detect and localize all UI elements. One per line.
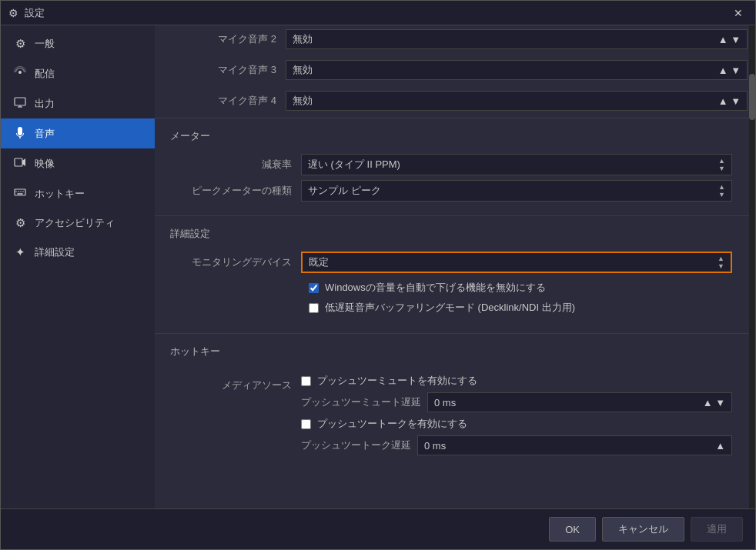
peak-select[interactable]: サンプル ピーク ▲ ▼ [301, 180, 732, 202]
decay-select[interactable]: 遅い (タイプ II PPM) ▲ ▼ [301, 154, 732, 175]
peak-spinner[interactable]: ▲ ▼ [718, 184, 725, 198]
push-mute-delay-spinner[interactable]: ▲ ▼ [703, 397, 725, 408]
push-talk-delay-label: プッシュツートーク遅延 [301, 438, 411, 452]
scrollbar-thumb[interactable] [749, 74, 755, 120]
spinner-up[interactable]: ▲ [703, 397, 713, 408]
spinner-up[interactable]: ▲ [718, 255, 724, 262]
sidebar: ⚙ 一般 配信 出力 音声 [1, 25, 155, 508]
gear-icon: ⚙ [13, 37, 27, 51]
sidebar-item-general[interactable]: ⚙ 一般 [1, 29, 155, 58]
spinner-down[interactable]: ▼ [718, 192, 725, 198]
push-mute-row: プッシュツーミュートを有効にする [301, 374, 732, 388]
spinner-down[interactable]: ▼ [731, 65, 741, 76]
mic-4-value: 無効 [293, 94, 313, 108]
push-talk-delay-value: 0 ms [424, 440, 446, 452]
sidebar-item-output[interactable]: 出力 [1, 88, 155, 118]
push-talk-delay-input[interactable]: 0 ms ▲ [417, 435, 732, 455]
settings-icon: ⚙ [8, 7, 18, 19]
accessibility-icon: ⚙ [13, 216, 27, 230]
mic-2-select[interactable]: 無効 ▲ ▼ [286, 29, 748, 49]
hotkey-section-header: ホットキー [170, 345, 740, 362]
mic-4-label: マイク音声 4 [162, 94, 286, 108]
spinner-up[interactable]: ▲ [718, 65, 728, 76]
spinner-down[interactable]: ▼ [715, 397, 725, 408]
mic-3-select[interactable]: 無効 ▲ ▼ [286, 60, 748, 80]
spinner-down[interactable]: ▼ [731, 34, 741, 45]
mic-4-select[interactable]: 無効 ▲ ▼ [286, 91, 748, 111]
spinner-down[interactable]: ▼ [718, 263, 724, 270]
mic-4-spinner[interactable]: ▲ ▼ [718, 95, 741, 107]
monitor-select[interactable]: 既定 ▲ ▼ [301, 252, 732, 273]
sidebar-item-label: 詳細設定 [35, 245, 75, 259]
sidebar-item-label: 音声 [35, 127, 55, 141]
streaming-icon [13, 66, 27, 81]
video-icon [13, 156, 27, 171]
spinner-up[interactable]: ▲ [718, 34, 728, 45]
peak-value: サンプル ピーク [308, 184, 381, 198]
peak-row: ピークメーターの種類 サンプル ピーク ▲ ▼ [170, 180, 740, 202]
decay-spinner[interactable]: ▲ ▼ [718, 158, 725, 172]
spinner-down[interactable]: ▼ [731, 95, 741, 107]
advanced-icon: ✦ [13, 245, 27, 259]
keyboard-icon [13, 186, 27, 201]
low-latency-checkbox[interactable] [309, 303, 319, 313]
push-talk-delay-row: プッシュツートーク遅延 0 ms ▲ [301, 435, 732, 455]
mic-row-3: マイク音声 3 無効 ▲ ▼ [155, 56, 755, 84]
mic-3-label: マイク音声 3 [162, 63, 286, 77]
mic-2-label: マイク音声 2 [162, 32, 286, 46]
monitor-value: 既定 [309, 255, 329, 269]
footer: OK キャンセル 適用 [1, 508, 755, 549]
spinner-up[interactable]: ▲ [715, 440, 725, 452]
titlebar-left: ⚙ 設定 [8, 6, 45, 20]
sidebar-item-video[interactable]: 映像 [1, 148, 155, 178]
media-source-row: メディアソース プッシュツーミュートを有効にする プッシュツーミュート遅延 [170, 369, 740, 455]
push-talk-delay-spinner[interactable]: ▲ [715, 440, 725, 452]
apply-button[interactable]: 適用 [691, 517, 743, 542]
advanced-section-header: 詳細設定 [170, 227, 740, 244]
spinner-up[interactable]: ▲ [718, 158, 725, 165]
content-area: マイク音声 2 無効 ▲ ▼ マイク音声 3 無効 [155, 25, 755, 508]
ok-button[interactable]: OK [549, 517, 596, 542]
audio-icon [13, 126, 27, 141]
monitor-label: モニタリングデバイス [178, 255, 301, 269]
close-button[interactable]: ✕ [729, 4, 748, 22]
sidebar-item-label: 配信 [35, 67, 55, 81]
spinner-down[interactable]: ▼ [718, 165, 725, 172]
monitor-row: モニタリングデバイス 既定 ▲ ▼ [170, 252, 740, 273]
mic-3-value: 無効 [293, 63, 313, 77]
output-icon [13, 96, 27, 111]
spinner-up[interactable]: ▲ [718, 184, 725, 191]
push-mute-delay-value: 0 ms [434, 397, 456, 408]
push-mute-delay-input[interactable]: 0 ms ▲ ▼ [427, 392, 732, 412]
window-title: 設定 [25, 6, 45, 20]
sidebar-item-audio[interactable]: 音声 [1, 118, 155, 148]
sidebar-item-label: 映像 [35, 157, 55, 171]
windows-volume-checkbox-row: Windowsの音量を自動で下げる機能を無効にする [170, 278, 740, 298]
svg-rect-5 [15, 158, 22, 166]
hotkey-section: ホットキー メディアソース プッシュツーミュートを有効にする [155, 333, 755, 469]
hotkey-controls: プッシュツーミュートを有効にする プッシュツーミュート遅延 0 ms ▲ ▼ [301, 374, 732, 455]
svg-rect-6 [15, 189, 25, 195]
main-content: ⚙ 一般 配信 出力 音声 [1, 25, 755, 508]
mic-2-spinner[interactable]: ▲ ▼ [718, 34, 741, 45]
scrollbar-track[interactable] [749, 25, 755, 508]
cancel-button[interactable]: キャンセル [602, 517, 684, 542]
sidebar-item-streaming[interactable]: 配信 [1, 58, 155, 88]
decay-label: 減衰率 [178, 158, 301, 172]
push-mute-label: プッシュツーミュートを有効にする [317, 374, 477, 388]
sidebar-item-accessibility[interactable]: ⚙ アクセシビリティ [1, 208, 155, 238]
sidebar-item-advanced[interactable]: ✦ 詳細設定 [1, 238, 155, 267]
monitor-spinner[interactable]: ▲ ▼ [718, 255, 724, 270]
push-talk-checkbox[interactable] [301, 419, 311, 429]
sidebar-item-label: 出力 [35, 97, 55, 111]
decay-row: 減衰率 遅い (タイプ II PPM) ▲ ▼ [170, 154, 740, 175]
advanced-section: 詳細設定 モニタリングデバイス 既定 ▲ ▼ [155, 215, 755, 327]
mic-3-spinner[interactable]: ▲ ▼ [718, 65, 741, 76]
spinner-up[interactable]: ▲ [718, 95, 728, 107]
sidebar-item-hotkeys[interactable]: ホットキー [1, 178, 155, 208]
content-scroll: マイク音声 2 無効 ▲ ▼ マイク音声 3 無効 [155, 25, 755, 477]
sidebar-item-label: 一般 [35, 37, 55, 51]
low-latency-label: 低遅延音声バッファリングモード (Decklink/NDI 出力用) [325, 301, 575, 315]
windows-volume-checkbox[interactable] [309, 283, 319, 293]
push-mute-checkbox[interactable] [301, 376, 311, 386]
